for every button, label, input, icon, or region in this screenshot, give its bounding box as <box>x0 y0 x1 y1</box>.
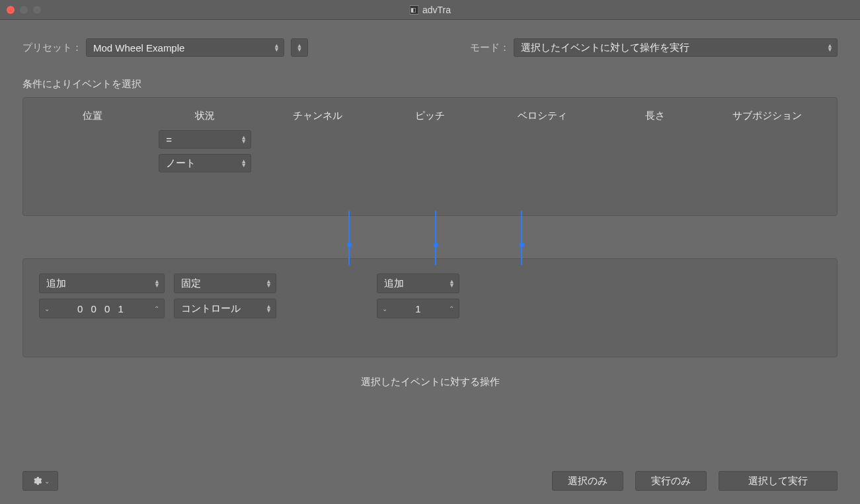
chevron-up-icon[interactable]: ⌃ <box>149 299 164 318</box>
zoom-window-icon[interactable] <box>33 6 41 14</box>
action-col3-value-spinner[interactable]: ⌄ 1 ⌃ <box>377 299 459 318</box>
gear-icon <box>32 476 42 486</box>
conditions-headers: 位置 状況 チャンネル ピッチ ベロシティ 長さ サブポジション <box>36 110 824 122</box>
preset-select-value: Mod Wheel Example <box>93 42 184 54</box>
updown-icon: ▲▼ <box>266 279 272 287</box>
status-value-text: ノート <box>166 157 196 170</box>
status-value-select[interactable]: ノート ▲▼ <box>159 154 251 172</box>
updown-icon: ▲▼ <box>274 44 280 52</box>
action-col3-op-select[interactable]: 追加 ▲▼ <box>377 273 459 293</box>
conditions-title: 条件によりイベントを選択 <box>22 78 838 90</box>
window-title: ◧ advTra <box>409 5 451 15</box>
chevron-up-icon[interactable]: ⌃ <box>444 299 459 318</box>
title-bar: ◧ advTra <box>0 0 860 20</box>
action-col3-value: 1 <box>392 303 444 314</box>
preset-select[interactable]: Mod Wheel Example ▲▼ <box>86 38 284 57</box>
header-length: 長さ <box>599 110 711 122</box>
connector-line <box>521 211 522 265</box>
updown-icon: ▲▼ <box>241 159 247 167</box>
connector-line <box>435 211 436 265</box>
header-velocity: ベロシティ <box>487 110 599 122</box>
connector-line <box>348 211 350 265</box>
header-channel: チャンネル <box>261 110 373 122</box>
action-col3-op-value: 追加 <box>384 277 404 290</box>
window-title-text: advTra <box>422 5 451 15</box>
connectors <box>22 216 838 258</box>
status-operator-select[interactable]: = ▲▼ <box>159 130 251 149</box>
actions-panel: 追加 ▲▼ ⌄ 0 0 0 1 ⌃ 固定 ▲▼ コントロール ▲▼ <box>22 258 838 357</box>
mode-label: モード： <box>470 42 510 54</box>
action-col2-op-select[interactable]: 固定 ▲▼ <box>174 273 276 293</box>
status-operator-value: = <box>166 134 172 145</box>
chevron-down-icon[interactable]: ⌄ <box>377 299 392 318</box>
execute-only-button[interactable]: 実行のみ <box>635 471 707 491</box>
action-col1-op-value: 追加 <box>46 277 66 290</box>
action-col2-value-select[interactable]: コントロール ▲▼ <box>174 299 276 318</box>
conditions-panel: 位置 状況 チャンネル ピッチ ベロシティ 長さ サブポジション = ▲▼ ノー… <box>22 97 838 216</box>
action-col1-value-spinner[interactable]: ⌄ 0 0 0 1 ⌃ <box>39 299 165 318</box>
select-and-execute-button[interactable]: 選択して実行 <box>719 471 838 491</box>
action-col1-op-select[interactable]: 追加 ▲▼ <box>39 273 165 293</box>
header-subposition: サブポジション <box>711 110 824 122</box>
action-col2-value: コントロール <box>181 303 241 315</box>
header-pitch: ピッチ <box>373 110 486 122</box>
updown-icon: ▲▼ <box>266 305 272 312</box>
select-only-button[interactable]: 選択のみ <box>552 471 623 491</box>
action-col1-value: 0 0 0 1 <box>54 303 149 314</box>
settings-menu-button[interactable]: ⌄ <box>22 471 58 491</box>
updown-icon: ▲▼ <box>154 279 160 287</box>
window-controls <box>7 6 41 14</box>
header-position: 位置 <box>36 110 149 122</box>
preset-stepper[interactable]: ▲▼ <box>291 38 308 57</box>
mode-select[interactable]: 選択したイベントに対して操作を実行 ▲▼ <box>514 38 838 57</box>
app-icon: ◧ <box>409 5 418 15</box>
chevron-down-icon: ⌄ <box>44 478 50 485</box>
actions-caption: 選択したイベントに対する操作 <box>22 376 838 388</box>
action-col2-op-value: 固定 <box>181 277 201 290</box>
updown-icon: ▲▼ <box>449 279 455 287</box>
header-status: 状況 <box>149 110 261 122</box>
updown-icon: ▲▼ <box>241 135 247 143</box>
mode-select-value: 選択したイベントに対して操作を実行 <box>521 42 689 54</box>
chevron-down-icon[interactable]: ⌄ <box>40 299 54 318</box>
close-window-icon[interactable] <box>7 6 15 14</box>
preset-label: プリセット： <box>22 42 82 54</box>
updown-icon: ▲▼ <box>827 44 833 52</box>
minimize-window-icon[interactable] <box>20 6 28 14</box>
